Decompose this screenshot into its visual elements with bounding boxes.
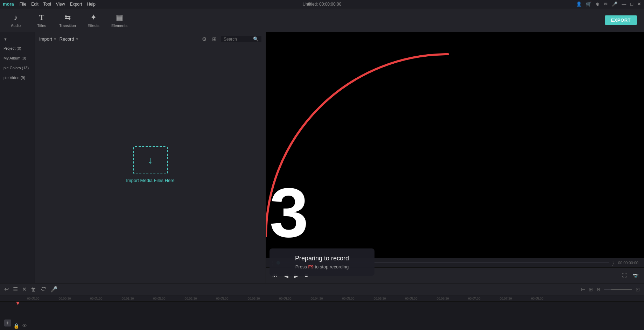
menu-file[interactable]: File <box>20 2 26 7</box>
timeline-tracks: 00:00:0000:00:3000:01:0000:01:3000:02:00… <box>0 295 644 330</box>
add-marker-icon[interactable]: ⊞ <box>589 287 593 292</box>
plus-icon[interactable]: ⊕ <box>596 1 600 7</box>
voiceover-button[interactable]: 🎤 <box>50 286 57 293</box>
transition-icon: ⇆ <box>64 13 71 22</box>
sidebar-collapse-icon[interactable]: ▼ <box>4 37 7 41</box>
ruler-mark: 00:04:00 <box>270 297 301 300</box>
minus-icon[interactable]: ⊖ <box>596 287 601 292</box>
menu-export[interactable]: Export <box>70 2 82 7</box>
transition-label: Transition <box>59 23 76 28</box>
grid-icon[interactable]: ⊞ <box>211 35 218 43</box>
fit-timeline-icon[interactable]: ⊢ <box>581 287 585 292</box>
toast-press-text: Press <box>295 264 307 269</box>
zoom-slider[interactable] <box>604 289 632 290</box>
ruler-mark: 00:03:30 <box>238 297 270 300</box>
sidebar-item-video[interactable]: ple Video (9) <box>0 73 35 83</box>
countdown-number: 3 <box>270 178 308 248</box>
account-icon[interactable]: 👤 <box>576 1 582 7</box>
search-wrap: 🔍 <box>221 36 261 42</box>
ruler-mark: 00:00:30 <box>49 297 80 300</box>
record-label: Record <box>59 36 74 42</box>
bracket-right-icon: } <box>612 260 614 266</box>
mic-icon[interactable]: 🎤 <box>612 1 617 7</box>
close-icon[interactable]: ✕ <box>637 1 641 7</box>
zoom-fit-icon[interactable]: ⊡ <box>636 287 640 292</box>
filter-icon[interactable]: ⚙ <box>201 35 208 43</box>
trash-button[interactable]: 🗑 <box>31 286 36 293</box>
record-toast: Preparing to record Press F9 to stop rec… <box>270 248 374 276</box>
maximize-icon[interactable]: □ <box>630 1 633 7</box>
ruler-mark: 00:00:00 <box>18 297 49 300</box>
ruler-mark: 00:02:00 <box>144 297 175 300</box>
search-input[interactable] <box>224 37 252 42</box>
import-label: Import <box>39 36 52 42</box>
sidebar-item-colors[interactable]: ple Colors (13) <box>0 63 35 73</box>
window-title: Untitled: 00:00:00:00 <box>303 2 342 7</box>
fullscreen-icon[interactable]: ⛶ <box>622 273 627 278</box>
ruler-mark: 00:08:00 <box>522 297 553 300</box>
media-panel: Import ▼ Record ▼ ⚙ ⊞ 🔍 ↓ Import Media F… <box>35 32 266 283</box>
menu-edit[interactable]: Edit <box>31 2 38 7</box>
timeline: ↩ ☰ ✕ 🗑 🛡 🎤 ⊢ ⊞ ⊖ ⊡ 00:00:0000:00:3000:0… <box>0 283 644 330</box>
main-layout: ▼ Project (0) My Album (0) ple Colors (1… <box>0 32 644 283</box>
effects-label: Effects <box>88 23 99 28</box>
preview-panel: 3 { } 00:00:00:00 ⏮ ◀ ▶ ■ ⛶ 📷 <box>266 32 644 283</box>
cart-icon[interactable]: 🛒 <box>586 1 592 7</box>
search-icon: 🔍 <box>253 36 259 42</box>
countdown-overlay: 3 <box>266 32 644 258</box>
ruler-mark: 00:05:30 <box>364 297 396 300</box>
media-panel-header: Import ▼ Record ▼ ⚙ ⊞ 🔍 <box>35 32 266 46</box>
left-sidebar: ▼ Project (0) My Album (0) ple Colors (1… <box>0 32 35 283</box>
window-controls: 👤 🛒 ⊕ ✉ 🎤 — □ ✕ <box>576 1 641 7</box>
toolbar-audio[interactable]: ♪ Audio <box>7 13 24 28</box>
toolbar: ♪ Audio T Titles ⇆ Transition ✦ Effects … <box>0 8 644 32</box>
audio-label: Audio <box>11 23 21 28</box>
menu-help[interactable]: Help <box>87 2 96 7</box>
effects-icon: ✦ <box>90 13 97 22</box>
titles-icon: T <box>39 13 44 22</box>
import-drop-area[interactable]: ↓ Import Media Files Here <box>35 46 266 283</box>
protect-button[interactable]: 🛡 <box>41 286 46 293</box>
delete-clip-button[interactable]: ✕ <box>22 286 27 293</box>
split-button[interactable]: ☰ <box>13 286 18 293</box>
undo-button[interactable]: ↩ <box>4 286 9 293</box>
ruler-mark: 00:04:30 <box>301 297 332 300</box>
record-button[interactable]: Record ▼ <box>59 36 79 42</box>
ruler-mark: 00:07:30 <box>490 297 522 300</box>
menu-bar: mora File Edit Tool View Export Help Unt… <box>0 0 644 8</box>
elements-label: Elements <box>111 23 127 28</box>
menu-items: File Edit Tool View Export Help <box>20 2 96 7</box>
toolbar-transition[interactable]: ⇆ Transition <box>59 13 76 28</box>
toast-key: F9 <box>308 264 314 269</box>
audio-icon: ♪ <box>14 13 18 22</box>
menu-tool[interactable]: Tool <box>43 2 51 7</box>
toolbar-effects[interactable]: ✦ Effects <box>85 13 102 28</box>
ruler-mark: 00:01:30 <box>112 297 144 300</box>
export-button[interactable]: EXPORT <box>605 15 637 25</box>
sidebar-item-album[interactable]: My Album (0) <box>0 53 35 63</box>
import-button[interactable]: Import ▼ <box>39 36 57 42</box>
sidebar-item-project[interactable]: Project (0) <box>0 43 35 53</box>
timecode-display: 00:00:00:00 <box>618 261 638 265</box>
minimize-icon[interactable]: — <box>622 1 626 7</box>
app-logo: mora <box>3 1 14 7</box>
preview-video: 3 <box>266 32 644 258</box>
import-area-label: Import Media Files Here <box>126 178 175 183</box>
toolbar-titles[interactable]: T Titles <box>33 13 50 28</box>
mail-icon[interactable]: ✉ <box>604 1 608 7</box>
eye-icon[interactable]: 👁 <box>22 323 27 329</box>
toast-subtitle: Press F9 to stop recording <box>284 264 360 269</box>
ruler-marks: 00:00:0000:00:3000:01:0000:01:3000:02:00… <box>18 295 553 301</box>
import-drop-box: ↓ <box>133 146 168 174</box>
ruler-mark: 00:07:00 <box>458 297 490 300</box>
ruler-mark: 00:06:30 <box>427 297 458 300</box>
menu-view[interactable]: View <box>56 2 65 7</box>
sidebar-section: ▼ <box>0 35 35 43</box>
lock-icon[interactable]: 🔒 <box>13 323 19 329</box>
titles-label: Titles <box>37 23 46 28</box>
timeline-toolbar: ↩ ☰ ✕ 🗑 🛡 🎤 ⊢ ⊞ ⊖ ⊡ <box>0 283 644 295</box>
screenshot-icon[interactable]: 📷 <box>632 273 638 278</box>
download-icon: ↓ <box>148 155 153 166</box>
add-track-button[interactable]: + <box>4 320 11 327</box>
toolbar-elements[interactable]: ▦ Elements <box>111 13 128 28</box>
